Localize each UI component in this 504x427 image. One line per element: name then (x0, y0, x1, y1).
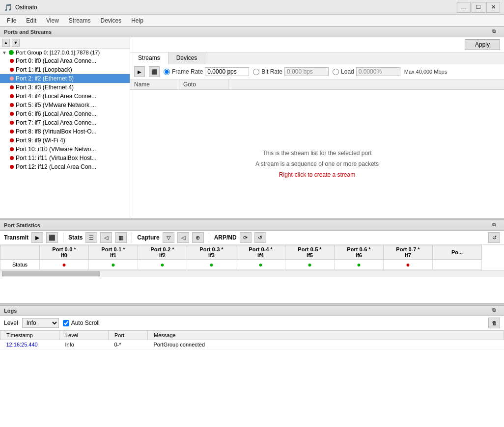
transmit-stop-button[interactable]: ⬛ (46, 232, 58, 243)
port-row-0[interactable]: Port 0: if0 (Local Area Conne... (0, 56, 130, 65)
port-row-9[interactable]: Port 9: if9 (Wi-Fi 4) (0, 136, 130, 145)
apply-button[interactable]: Apply (465, 39, 500, 50)
main-layout: Ports and Streams ⧉ ▲ ▼ ▼ Port Group 0: … (0, 27, 504, 427)
port-row-2[interactable]: Port 2: if2 (Ethernet 5) (0, 74, 130, 83)
stats-refresh-button[interactable]: ↺ (488, 232, 500, 243)
menu-help[interactable]: Help (126, 16, 148, 25)
port-dot-8 (10, 130, 14, 133)
menu-edit[interactable]: Edit (21, 16, 41, 25)
menu-devices[interactable]: Devices (96, 16, 127, 25)
tree-scroll-down[interactable]: ▼ (12, 39, 20, 47)
float-logs-icon[interactable]: ⧉ (492, 307, 500, 314)
menu-streams[interactable]: Streams (64, 16, 96, 25)
logs-header: Logs ⧉ (0, 305, 504, 316)
port-dot-4 (10, 94, 14, 98)
port-row-12[interactable]: Port 12: if12 (Local Area Con... (0, 162, 130, 171)
tree-header: ▲ ▼ (0, 37, 130, 49)
port-row-10[interactable]: Port 10: if10 (VMware Netwo... (0, 145, 130, 154)
stream-controls: ▶ ⬛ Frame Rate Bit Rate Load (130, 64, 504, 80)
logs-clear-button[interactable]: 🗑 (488, 318, 500, 328)
frame-rate-group: Frame Rate (164, 67, 249, 76)
stats-scrollbar-x[interactable] (0, 270, 504, 277)
stream-play-button[interactable]: ▶ (134, 66, 145, 77)
menu-file[interactable]: File (2, 16, 21, 25)
arp-nd-label: ARP/ND (214, 234, 237, 241)
load-group: Load (333, 67, 400, 76)
titlebar-left: 🎵 Ostinato (4, 3, 37, 11)
stats-icon-btn-1[interactable]: ☰ (85, 232, 97, 243)
maximize-button[interactable]: ☐ (472, 2, 485, 13)
minimize-button[interactable]: — (457, 2, 471, 13)
port-group-row[interactable]: ▼ Port Group 0: [127.0.0.1]:7878 (17) (0, 49, 130, 56)
port-row-7[interactable]: Port 7: if7 (Local Area Conne... (0, 118, 130, 127)
port-row-3[interactable]: Port 3: if3 (Ethernet 4) (0, 83, 130, 92)
port-row-6[interactable]: Port 6: if6 (Local Area Conne... (0, 109, 130, 118)
stats-icon-btn-3[interactable]: ▦ (115, 232, 127, 243)
port-row-1[interactable]: Port 1: if1 (Loopback) (0, 65, 130, 74)
capture-icon-btn-2[interactable]: ◁ (177, 232, 189, 243)
port-dot-0 (10, 59, 14, 63)
capture-icon-btn-1[interactable]: ▽ (163, 232, 174, 243)
port-dot-10 (10, 147, 14, 151)
apply-bar: Apply (130, 37, 504, 53)
port-row-5[interactable]: Port 5: if5 (VMware Network ... (0, 101, 130, 109)
load-radio[interactable] (333, 69, 339, 75)
port-row-8[interactable]: Port 8: if8 (VirtualBox Host-O... (0, 127, 130, 136)
frame-rate-radio[interactable] (164, 69, 170, 75)
ports-streams-content: ▲ ▼ ▼ Port Group 0: [127.0.0.1]:7878 (17… (0, 37, 504, 218)
transmit-label: Transmit (4, 234, 28, 241)
auto-scroll-checkbox[interactable] (63, 320, 69, 326)
stats-toolbar: Transmit ▶ ⬛ Stats ☰ ◁ ▦ Capture ▽ ◁ ⊕ A… (0, 231, 504, 245)
port-label-8: Port 8: if8 (VirtualBox Host-O... (16, 128, 97, 135)
level-select[interactable]: Debug Info Warning Error (22, 318, 59, 328)
port-label-7: Port 7: if7 (Local Area Conne... (16, 119, 96, 126)
tab-devices[interactable]: Devices (168, 53, 206, 64)
stats-status-7: ● (384, 260, 433, 270)
port-row-11[interactable]: Port 11: if11 (VirtualBox Host... (0, 154, 130, 162)
stats-status-4: ● (236, 260, 285, 270)
transmit-play-button[interactable]: ▶ (31, 232, 43, 243)
float-port-stats-icon[interactable]: ⧉ (492, 222, 500, 229)
frame-rate-input[interactable] (205, 67, 249, 76)
bit-rate-label: Bit Rate (261, 68, 282, 75)
stats-col-7: Port 0-7 *if7 (384, 245, 433, 260)
stats-status-0: ● (40, 260, 89, 270)
float-ports-streams-icon[interactable]: ⧉ (492, 28, 500, 35)
stats-row-status: Status ● ● ● ● ● ● ● ● (0, 260, 482, 270)
stats-table: Port 0-0 *if0 Port 0-1 *if1 Port 0-2 *if… (0, 245, 482, 270)
tabs-bar: Streams Devices (130, 53, 504, 64)
port-dot-7 (10, 121, 14, 125)
stats-row-label: Status (0, 260, 40, 270)
close-button[interactable]: ✕ (486, 2, 500, 13)
port-label-4: Port 4: if4 (Local Area Conne... (16, 93, 96, 100)
stats-table-container[interactable]: Port 0-0 *if0 Port 0-1 *if1 Port 0-2 *if… (0, 245, 504, 303)
capture-icon-btn-3[interactable]: ⊕ (192, 232, 204, 243)
stats-col-6: Port 0-6 *if6 (335, 245, 384, 260)
stats-col-4: Port 0-4 *if4 (236, 245, 285, 260)
stream-stop-button[interactable]: ⬛ (149, 66, 160, 77)
logs-table-container[interactable]: Timestamp Level Port Message 12:16:25.44… (0, 330, 504, 427)
bit-rate-input[interactable] (284, 67, 329, 76)
titlebar-controls: — ☐ ✕ (457, 2, 500, 13)
separator-1 (63, 233, 63, 242)
max-label: Max 40,000 Mbps (404, 69, 447, 75)
logs-title: Logs (4, 308, 17, 314)
tab-streams[interactable]: Streams (130, 53, 168, 64)
tree-scroll-up[interactable]: ▲ (2, 39, 10, 47)
bit-rate-radio[interactable] (253, 69, 259, 75)
logs-pane: Logs ⧉ Level Debug Info Warning Error Au… (0, 305, 504, 427)
stream-empty-line3: Right-click to create a stream (279, 171, 355, 178)
port-row-4[interactable]: Port 4: if4 (Local Area Conne... (0, 92, 130, 101)
load-input[interactable] (356, 67, 400, 76)
arp-icon-btn-1[interactable]: ⟳ (240, 232, 252, 243)
stats-icon-btn-2[interactable]: ◁ (100, 232, 112, 243)
menu-view[interactable]: View (41, 16, 64, 25)
stats-scroll-thumb[interactable] (2, 271, 100, 276)
ports-streams-title: Ports and Streams (4, 29, 52, 35)
logs-toolbar: Level Debug Info Warning Error Auto Scro… (0, 316, 504, 330)
logs-col-port: Port (109, 331, 148, 340)
logs-col-timestamp: Timestamp (0, 331, 59, 340)
arp-icon-btn-2[interactable]: ↺ (254, 232, 266, 243)
stats-col-5: Port 0-5 *if5 (285, 245, 335, 260)
port-dot-5 (10, 103, 14, 107)
